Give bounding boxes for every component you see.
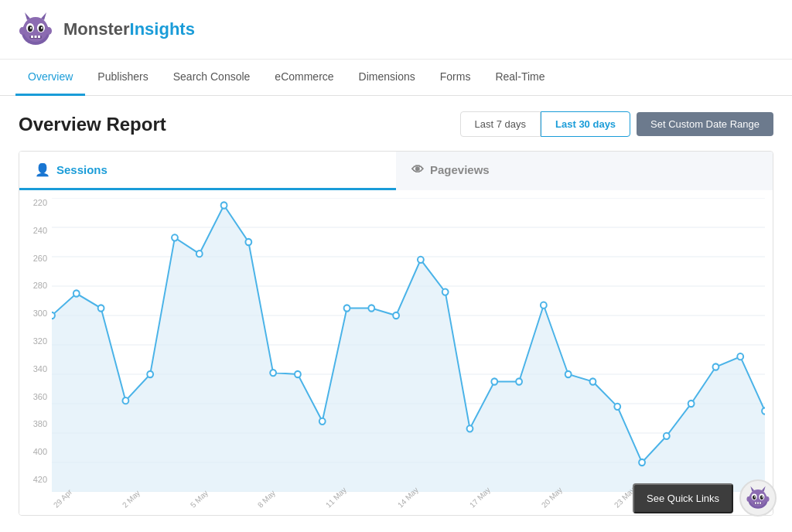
svg-rect-9 [31,36,33,38]
svg-point-28 [73,290,80,296]
svg-point-62 [760,496,763,500]
svg-point-7 [41,27,43,29]
svg-point-50 [614,404,620,410]
svg-point-42 [418,257,424,263]
svg-marker-70 [762,486,766,492]
nav-item-search-console[interactable]: Search Console [161,60,263,96]
y-label-340: 340 [19,364,52,373]
svg-point-35 [245,239,251,245]
y-label-280: 280 [19,281,52,290]
date-controls: Last 7 days Last 30 days Set Custom Date… [460,111,773,137]
y-label-220: 220 [19,198,52,207]
y-label-320: 320 [19,336,52,346]
y-label-240: 240 [19,226,52,235]
svg-point-49 [590,378,596,384]
quick-links-area: See Quick Links [633,479,777,517]
chart-area: 420 400 380 360 340 320 300 280 260 240 … [19,190,773,515]
svg-point-14 [19,27,26,35]
svg-point-4 [28,26,32,32]
tab-pageviews[interactable]: 👁 Pageviews [396,152,773,190]
svg-point-48 [565,371,572,377]
report-title: Overview Report [19,114,166,135]
svg-point-46 [516,378,522,384]
svg-point-5 [39,26,43,32]
chart-tabs: 👤 Sessions 👁 Pageviews [19,152,773,190]
main-nav: Overview Publishers Search Console eComm… [0,60,792,96]
svg-point-31 [147,371,153,377]
svg-point-61 [753,496,756,500]
svg-point-54 [712,363,719,370]
svg-point-64 [762,496,763,498]
quick-links-monster-icon[interactable] [739,479,777,517]
svg-point-72 [765,496,770,502]
svg-point-47 [541,302,547,309]
pageviews-icon: 👁 [411,163,424,177]
nav-item-ecommerce[interactable]: eCommerce [262,60,346,96]
svg-point-36 [270,370,276,376]
svg-rect-67 [757,503,759,504]
svg-point-52 [664,433,670,439]
chart-svg-wrapper [52,198,765,492]
last-7-days-button[interactable]: Last 7 days [460,111,541,137]
tab-sessions[interactable]: 👤 Sessions [19,152,396,190]
svg-point-33 [196,251,203,257]
svg-point-29 [98,305,104,311]
y-label-260: 260 [19,254,52,263]
svg-point-37 [295,371,301,377]
svg-rect-66 [755,503,756,504]
svg-point-55 [737,353,743,360]
svg-rect-10 [35,36,37,38]
svg-rect-11 [38,36,40,38]
logo-area: MonsterInsights [15,9,195,49]
sessions-icon: 👤 [35,162,50,177]
svg-point-71 [746,496,751,502]
logo-text: MonsterInsights [63,19,195,39]
nav-item-dimensions[interactable]: Dimensions [346,60,428,96]
report-header: Overview Report Last 7 days Last 30 days… [19,111,773,137]
svg-point-41 [393,312,399,319]
main-content: Overview Report Last 7 days Last 30 days… [0,96,792,531]
last-30-days-button[interactable]: Last 30 days [541,111,630,137]
svg-point-40 [368,305,374,311]
y-axis: 420 400 380 360 340 320 300 280 260 240 … [19,190,52,492]
y-label-400: 400 [19,447,52,456]
svg-rect-68 [760,503,761,504]
svg-point-45 [491,378,497,384]
nav-item-publishers[interactable]: Publishers [85,60,160,96]
svg-point-51 [639,459,645,466]
svg-point-15 [46,27,52,35]
svg-point-27 [52,312,55,319]
y-label-300: 300 [19,309,52,318]
svg-point-44 [467,425,473,431]
svg-marker-12 [25,12,30,20]
app-header: MonsterInsights [0,0,792,60]
nav-item-overview[interactable]: Overview [15,60,85,96]
monster-logo-icon [15,9,56,49]
svg-point-43 [442,288,449,295]
quick-links-button[interactable]: See Quick Links [633,483,733,513]
nav-item-forms[interactable]: Forms [428,60,483,96]
svg-marker-69 [750,486,754,492]
nav-item-realtime[interactable]: Real-Time [483,60,557,96]
svg-point-39 [344,305,350,311]
svg-point-56 [762,408,765,414]
chart-card: 👤 Sessions 👁 Pageviews 420 400 380 360 3… [19,151,773,516]
y-label-360: 360 [19,392,52,401]
line-chart [52,198,765,492]
svg-point-32 [172,234,178,240]
svg-point-63 [754,496,755,498]
y-label-380: 380 [19,419,52,428]
svg-point-6 [30,27,32,29]
svg-point-38 [319,418,326,425]
y-label-420: 420 [19,475,52,484]
svg-point-34 [221,202,227,208]
custom-date-range-button[interactable]: Set Custom Date Range [637,112,773,136]
svg-point-30 [122,397,128,404]
svg-marker-13 [41,12,46,20]
svg-point-53 [688,401,695,407]
